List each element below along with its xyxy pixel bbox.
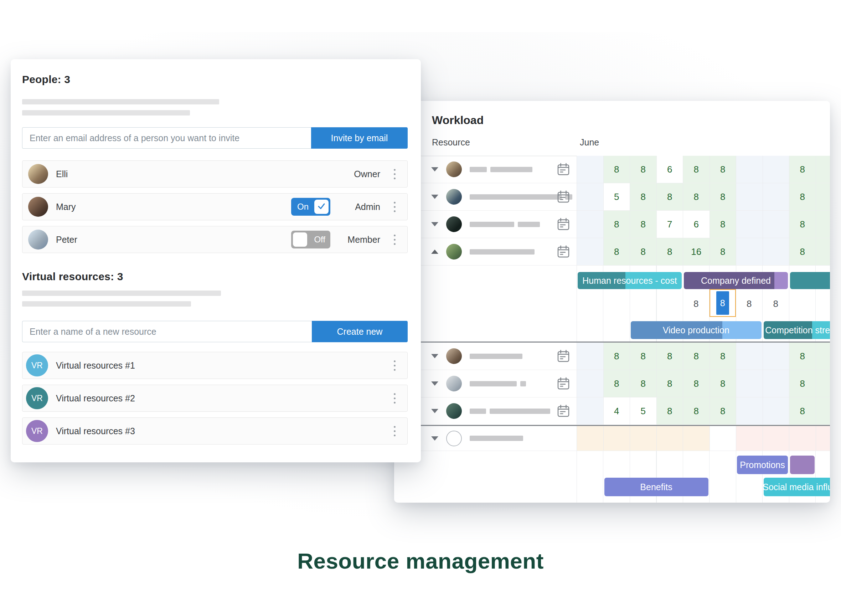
role-toggle[interactable]: Off [291, 231, 330, 248]
task-bar[interactable]: Human resources - cost [578, 272, 682, 289]
day-cell[interactable]: 8 [789, 183, 816, 210]
day-cell[interactable] [577, 211, 603, 238]
day-cell[interactable]: 8 [630, 156, 656, 183]
day-cell[interactable] [816, 343, 830, 370]
day-cell[interactable] [736, 211, 763, 238]
day-cell[interactable]: 8 [656, 183, 683, 210]
day-cell[interactable]: 8 [709, 183, 736, 210]
calendar-icon[interactable] [556, 189, 570, 204]
day-cell[interactable] [763, 370, 789, 397]
day-cell[interactable]: 8 [630, 238, 656, 265]
more-menu-icon[interactable] [390, 361, 399, 371]
day-cell[interactable] [577, 343, 603, 370]
day-cell[interactable]: 8 [709, 397, 736, 425]
day-cell[interactable]: 8 [789, 370, 816, 397]
day-cell[interactable]: 6 [683, 211, 709, 238]
caret-down-icon[interactable] [431, 436, 438, 441]
day-cell[interactable]: 5 [630, 397, 656, 425]
day-cell[interactable] [763, 238, 789, 265]
calendar-icon[interactable] [556, 349, 570, 364]
day-cell[interactable]: 8 [630, 343, 656, 370]
day-cell[interactable] [603, 426, 630, 450]
task-bar[interactable] [790, 456, 815, 474]
day-cell[interactable]: 8 [656, 238, 683, 265]
day-cell[interactable] [736, 370, 763, 397]
day-cell[interactable]: 8 [656, 397, 683, 425]
day-cell[interactable]: 8 [630, 211, 656, 238]
day-cell[interactable] [736, 183, 763, 210]
day-cell[interactable] [816, 183, 830, 210]
day-cell[interactable] [683, 426, 709, 450]
day-cell[interactable] [763, 211, 789, 238]
day-cell[interactable] [577, 238, 603, 265]
day-cell[interactable] [709, 426, 736, 450]
day-cell[interactable]: 8 [683, 298, 709, 309]
task-bar[interactable]: Promotions [737, 456, 788, 474]
caret-down-icon[interactable] [431, 409, 438, 413]
day-cell[interactable] [630, 426, 656, 450]
day-cell[interactable] [577, 183, 603, 210]
day-cell[interactable]: 16 [683, 238, 709, 265]
caret-down-icon[interactable] [431, 222, 438, 226]
day-cell[interactable] [736, 343, 763, 370]
task-bar[interactable]: Competition stre [764, 321, 830, 339]
day-cell[interactable]: 6 [656, 156, 683, 183]
day-cell[interactable] [789, 426, 816, 450]
day-cell[interactable]: 8 [709, 156, 736, 183]
day-cell[interactable]: 8 [709, 238, 736, 265]
day-cell[interactable]: 8 [789, 238, 816, 265]
day-cell[interactable]: 8 [656, 343, 683, 370]
day-cell[interactable] [577, 426, 603, 450]
day-cell[interactable]: 8 [736, 298, 763, 309]
day-cell[interactable] [763, 156, 789, 183]
day-cell[interactable]: 8 [630, 183, 656, 210]
day-cell[interactable] [763, 426, 789, 450]
day-cell[interactable]: 8 [603, 370, 630, 397]
day-cell[interactable] [736, 426, 763, 450]
day-cell[interactable] [816, 238, 830, 265]
day-cell[interactable]: 8 [603, 238, 630, 265]
day-cell[interactable] [816, 156, 830, 183]
day-cell[interactable]: 8 [683, 183, 709, 210]
day-cell[interactable]: 8 [789, 211, 816, 238]
day-cell[interactable] [816, 397, 830, 425]
day-cell[interactable] [816, 370, 830, 397]
create-new-button[interactable]: Create new [312, 321, 408, 342]
invite-email-input[interactable] [22, 127, 311, 149]
more-menu-icon[interactable] [390, 393, 399, 403]
day-cell[interactable] [763, 343, 789, 370]
calendar-icon[interactable] [556, 244, 570, 259]
day-cell[interactable]: 8 [683, 156, 709, 183]
caret-down-icon[interactable] [431, 381, 438, 386]
task-bar[interactable] [790, 272, 830, 289]
day-cell[interactable] [816, 426, 830, 450]
day-cell[interactable] [656, 426, 683, 450]
task-bar[interactable]: Video production [631, 321, 762, 339]
invite-by-email-button[interactable]: Invite by email [311, 127, 408, 149]
more-menu-icon[interactable] [390, 169, 399, 179]
day-cell[interactable]: 7 [656, 211, 683, 238]
day-cell[interactable]: 8 [603, 156, 630, 183]
more-menu-icon[interactable] [390, 235, 399, 245]
task-bar[interactable]: Company defined [684, 272, 788, 289]
day-cell[interactable]: 8 [789, 156, 816, 183]
day-cell[interactable]: 8 [683, 397, 709, 425]
day-cell[interactable]: 8 [683, 343, 709, 370]
day-cell[interactable] [577, 370, 603, 397]
day-cell[interactable]: 4 [603, 397, 630, 425]
day-cell[interactable] [577, 397, 603, 425]
day-cell[interactable]: 5 [603, 183, 630, 210]
caret-down-icon[interactable] [431, 167, 438, 172]
day-cell[interactable] [763, 183, 789, 210]
calendar-icon[interactable] [556, 376, 570, 391]
day-cell[interactable] [736, 238, 763, 265]
day-cell[interactable]: 8 [709, 370, 736, 397]
more-menu-icon[interactable] [390, 202, 399, 212]
day-cell[interactable]: 8 [603, 343, 630, 370]
day-cell[interactable]: 8 [789, 343, 816, 370]
role-toggle[interactable]: On [291, 198, 330, 216]
day-cell[interactable]: 8 [709, 211, 736, 238]
day-cell[interactable]: 8 [630, 370, 656, 397]
day-cell[interactable] [816, 211, 830, 238]
task-bar[interactable]: Benefits [604, 478, 708, 496]
